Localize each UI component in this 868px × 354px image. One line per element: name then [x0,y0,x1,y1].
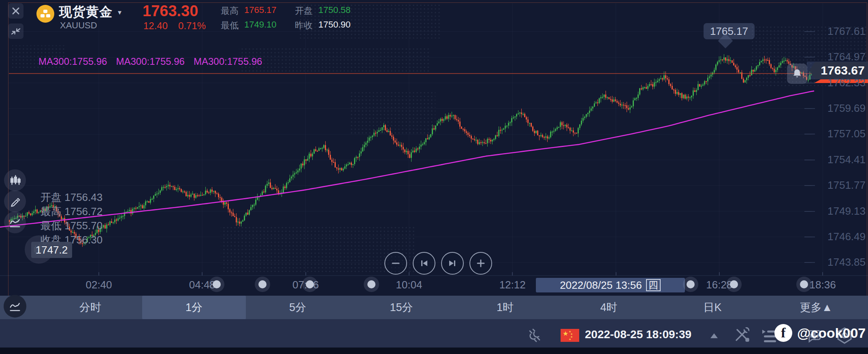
time-axis-label: 18:36 [810,279,836,291]
price-alert-chip[interactable] [787,64,807,84]
time-axis-label: 10:04 [396,279,422,291]
zoom-out-button[interactable] [384,252,407,275]
crosshair-price-tag: 1747.2 [31,242,72,258]
chevron-down-icon: ▼ [117,9,123,16]
price-axis-label: 1754.41 [815,154,866,166]
crosshair-datetime-box: 2022/08/25 13:56四 [536,278,685,292]
ohlc-high-value: 1756.72 [64,205,102,218]
expand-toolbar-button[interactable] [710,332,719,339]
price-axis-label: 1743.85 [815,256,866,269]
price-axis-label: 1759.69 [815,102,866,115]
watermark: f @cook007 [774,324,866,342]
stat-prevclose: 昨收 1750.90 [295,19,351,32]
bottom-strip [0,348,868,354]
stat-prevclose-value: 1750.90 [318,19,351,32]
ohlc-low-label: 最低 [41,220,62,232]
stat-low-label: 最低 [221,19,239,32]
server-datetime: 2022-08-25 18:09:39 [585,328,691,341]
skip-to-end-button[interactable] [441,252,464,275]
price-axis-tick [804,108,815,109]
time-axis-label: 02:40 [85,279,112,291]
price-axis-tick [804,185,815,186]
crosshair-weekday: 四 [646,279,661,291]
svg-text:★: ★ [569,338,571,341]
time-axis-marker-dot [683,277,698,292]
time-axis-marker-dot [726,277,742,292]
crosshair-date: 2022/08/25 13:56 [560,279,642,292]
timeline-chart-button[interactable] [4,295,26,318]
skip-forward-icon [447,258,458,269]
line-chart-icon [9,216,21,228]
time-axis-tick [719,272,720,275]
stat-low-value: 1749.10 [244,19,277,32]
stat-prevclose-label: 昨收 [295,19,313,32]
last-price: 1763.30 [143,2,198,20]
time-axis-tick [98,272,99,275]
draw-tool-button[interactable] [4,190,26,212]
tab-period-5[interactable]: 1时 [453,296,557,319]
marker-dot [367,280,375,288]
marker-dot [306,280,314,288]
skip-back-icon [419,258,429,269]
skip-to-start-button[interactable] [413,252,435,275]
gold-coin-icon [36,5,54,23]
time-axis-marker-dot [302,277,318,292]
wrench-screwdriver-icon [732,325,752,345]
time-axis-marker-dot [209,277,224,292]
stat-open: 开盘 1750.58 [295,5,351,17]
symbol-selector[interactable]: 现货黄金 ▼ [59,3,123,21]
ma300-label: MA300:1755.96 [116,56,184,67]
ohlc-open-value: 1756.43 [64,191,102,203]
svg-text:★: ★ [563,330,568,337]
svg-text:★: ★ [570,333,573,335]
marker-dot [687,280,695,288]
ohlc-high-label: 最高 [41,205,62,218]
time-axis-label: 12:12 [499,279,526,291]
price-axis-label: 1751.77 [815,179,866,192]
tab-period-2[interactable]: 1分 [142,296,246,319]
time-axis-tick [512,272,513,275]
time-axis-line [0,275,868,276]
tab-period-7[interactable]: 日K [661,296,764,319]
tab-period-3[interactable]: 5分 [246,296,350,319]
time-axis-tick [616,272,616,275]
collapse-button[interactable] [8,23,23,39]
stat-open-value: 1750.58 [318,5,351,17]
tab-period-4[interactable]: 15分 [350,296,453,319]
candlestick-icon [9,174,21,186]
price-axis-tick [804,134,815,134]
ma300-label: MA300:1755.96 [38,56,107,67]
triangle-up-icon [710,332,719,339]
close-button[interactable] [8,3,23,19]
cn-flag-icon: ★ ★ ★ ★ ★ [561,329,579,342]
candlestick-chart[interactable] [0,0,868,296]
ma-overlay-labels: MA300:1755.96 MA300:1755.96 MA300:1755.9… [38,56,262,67]
ma300-label: MA300:1755.96 [194,56,262,67]
connection-status-button[interactable] [525,326,544,345]
time-axis-tick [409,272,409,275]
watermark-handle: @cook007 [797,325,866,341]
facebook-icon: f [774,324,792,342]
price-axis-label: 1746.49 [815,230,866,243]
symbol-code: XAUUSD [60,20,97,31]
plus-icon [476,258,486,269]
zoom-in-button[interactable] [469,252,492,275]
stat-high-value: 1765.17 [244,5,277,17]
trading-app-window: 现货黄金 ▼ XAUUSD 1763.30 12.40 0.71% 最高 176… [0,0,868,354]
tab-period-6[interactable]: 4时 [557,296,661,319]
marker-dot [213,280,221,288]
pen-icon [9,196,21,207]
price-axis-tick [804,31,815,32]
price-axis-label: 1762.33 [815,77,866,89]
price-axis-label: 1764.97 [815,51,866,63]
chart-type-candle-button[interactable] [4,169,26,191]
price-axis-label: 1767.61 [815,25,866,38]
world-map-dots-decoration [12,4,867,273]
tab-period-8[interactable]: 更多▲ [764,296,868,319]
chart-type-line-button[interactable] [4,211,26,233]
line-chart-icon [9,300,21,312]
tools-button[interactable] [732,325,752,345]
tab-period-1[interactable]: 分时 [38,296,142,319]
price-axis-label: 1749.13 [815,205,866,218]
stat-open-label: 开盘 [295,5,313,17]
